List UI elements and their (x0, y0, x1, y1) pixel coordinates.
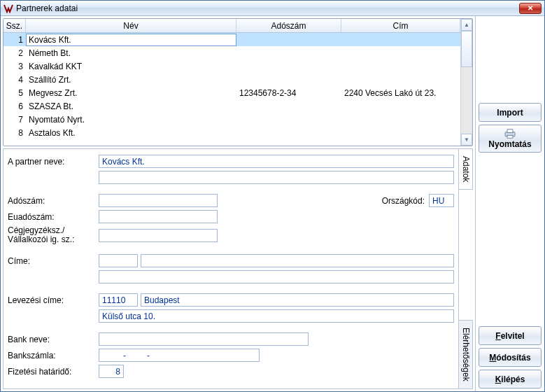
cell-nev: Kovács Kft. (26, 34, 236, 46)
titlebar: Partnerek adatai ✕ (1, 1, 544, 16)
input-fizhat[interactable] (99, 365, 124, 378)
input-lev-varos[interactable] (141, 293, 454, 307)
scroll-thumb[interactable] (461, 31, 472, 67)
table-row[interactable]: 1Kovács Kft. (3, 33, 460, 46)
cell-cim: 2240 Vecsés Lakó út 23. (341, 88, 460, 98)
form-wrap: A partner neve: Adószám: Országkód: (3, 148, 473, 389)
row-lev-1: Levezési címe: (8, 293, 454, 307)
close-icon: ✕ (528, 4, 533, 12)
import-button[interactable]: Import (479, 103, 542, 122)
input-bankszamla[interactable] (99, 349, 260, 362)
label-euadoszam: Euadószám: (8, 212, 99, 222)
row-bankszamla: Bankszámla: (8, 349, 454, 362)
table-row[interactable]: 4Szállító Zrt. (3, 73, 460, 86)
table-row[interactable]: 7Nyomtató Nyrt. (3, 113, 460, 126)
col-header-nev[interactable]: Név (26, 19, 236, 32)
cell-ssz: 1 (3, 35, 26, 45)
scroll-up-button[interactable]: ▲ (461, 19, 472, 31)
input-lev-irsz[interactable] (99, 293, 138, 307)
label-bank-neve: Bank neve: (8, 335, 99, 344)
left-column: Ssz. Név Adószám Cím 1Kovács Kft.2Németh… (1, 16, 476, 391)
row-cim-2 (8, 270, 454, 284)
right-column: Import Nyomtatás Felvitel Módosítás Kilé… (476, 16, 544, 391)
input-cim-utca[interactable] (99, 270, 454, 284)
felvitel-button[interactable]: Felvitel (479, 326, 542, 345)
table-row[interactable]: 2Németh Bt. (3, 46, 460, 59)
input-lev-utca[interactable] (99, 309, 454, 323)
tab-adatok[interactable]: Adatok (459, 148, 473, 190)
col-header-ssz[interactable]: Ssz. (3, 19, 26, 32)
row-euadoszam: Euadószám: (8, 210, 454, 223)
row-fizhat: Fizetési határidő: (8, 365, 454, 378)
form-body: A partner neve: Adószám: Országkód: (3, 148, 459, 389)
row-bank-neve: Bank neve: (8, 332, 454, 346)
label-bankszamla: Bankszámla: (8, 351, 99, 360)
grid-header: Ssz. Név Adószám Cím (3, 19, 460, 33)
input-partner-neve-2[interactable] (99, 171, 454, 184)
kilepes-button[interactable]: Kilépés (479, 370, 542, 388)
tab-elerhetosegek[interactable]: Elérhetőségek (459, 320, 473, 389)
input-partner-neve[interactable] (99, 155, 454, 168)
cell-nev: Kavalkád KKT (26, 62, 236, 71)
grid-rows: 1Kovács Kft.2Németh Bt.3Kavalkád KKT4Szá… (3, 33, 460, 139)
col-header-ado[interactable]: Adószám (236, 19, 341, 32)
cell-nev: Megvesz Zrt. (26, 88, 236, 98)
col-header-cim[interactable]: Cím (341, 19, 460, 32)
cell-ssz: 6 (3, 102, 26, 111)
cell-nev: Németh Bt. (26, 48, 236, 58)
cell-ssz: 4 (3, 75, 26, 85)
cell-ado: 12345678-2-34 (236, 88, 341, 98)
cell-ssz: 5 (3, 88, 26, 98)
modositas-button[interactable]: Módosítás (479, 348, 542, 367)
input-orszagkod[interactable] (429, 194, 454, 207)
table-row[interactable]: 6SZASZA Bt. (3, 99, 460, 113)
table-row[interactable]: 8Asztalos Kft. (3, 126, 460, 139)
input-euadoszam[interactable] (99, 210, 218, 223)
window-title: Partnerek adatai (16, 4, 519, 13)
grid-scrollbar[interactable]: ▲ ▼ (460, 19, 472, 146)
svg-rect-1 (507, 129, 513, 132)
row-lev-2 (8, 309, 454, 323)
label-cegjegyzek: Cégjegyzéksz./ Vállalkozói ig. sz.: (8, 226, 99, 244)
table-row[interactable]: 5Megvesz Zrt.12345678-2-342240 Vecsés La… (3, 86, 460, 99)
scroll-down-button[interactable]: ▼ (461, 134, 472, 146)
input-cim-varos[interactable] (141, 254, 454, 267)
table-row[interactable]: 3Kavalkád KKT (3, 59, 460, 73)
printer-icon (503, 129, 517, 139)
row-partner-neve: A partner neve: (8, 155, 454, 168)
cell-ssz: 3 (3, 62, 26, 71)
cell-nev: SZASZA Bt. (26, 102, 236, 111)
close-button[interactable]: ✕ (519, 3, 542, 14)
row-adoszam: Adószám: Országkód: (8, 194, 454, 207)
form-tabs: Adatok Elérhetőségek (459, 148, 473, 389)
input-cegjegyzek[interactable] (99, 229, 218, 242)
grid-body: Ssz. Név Adószám Cím 1Kovács Kft.2Németh… (3, 19, 460, 146)
scroll-track[interactable] (461, 67, 472, 134)
cell-nev: Szállító Zrt. (26, 75, 236, 85)
input-adoszam[interactable] (99, 194, 218, 207)
row-cegjegyzek: Cégjegyzéksz./ Vállalkozói ig. sz.: (8, 226, 454, 244)
label-cime: Címe: (8, 256, 99, 266)
cell-nev: Nyomtató Nyrt. (26, 115, 236, 125)
row-partner-neve-2 (8, 171, 454, 184)
label-fizhat: Fizetési határidő: (8, 367, 99, 377)
row-cim-1: Címe: (8, 254, 454, 267)
app-icon (3, 4, 13, 13)
partners-grid: Ssz. Név Adószám Cím 1Kovács Kft.2Németh… (3, 18, 473, 146)
input-cim-irsz[interactable] (99, 254, 138, 267)
cell-ssz: 2 (3, 48, 26, 58)
cell-ssz: 7 (3, 115, 26, 125)
label-orszagkod: Országkód: (382, 196, 425, 206)
cell-nev: Asztalos Kft. (26, 128, 236, 138)
label-partner-neve: A partner neve: (8, 157, 99, 167)
main-area: Ssz. Név Adószám Cím 1Kovács Kft.2Németh… (1, 16, 544, 391)
input-bank-neve[interactable] (99, 332, 309, 346)
window: Partnerek adatai ✕ Ssz. Név Adószám Cím … (0, 0, 545, 392)
cell-ssz: 8 (3, 128, 26, 138)
print-button[interactable]: Nyomtatás (479, 125, 542, 153)
svg-rect-2 (507, 135, 513, 138)
label-levelezesi: Levezési címe: (8, 295, 99, 305)
label-adoszam: Adószám: (8, 196, 99, 206)
